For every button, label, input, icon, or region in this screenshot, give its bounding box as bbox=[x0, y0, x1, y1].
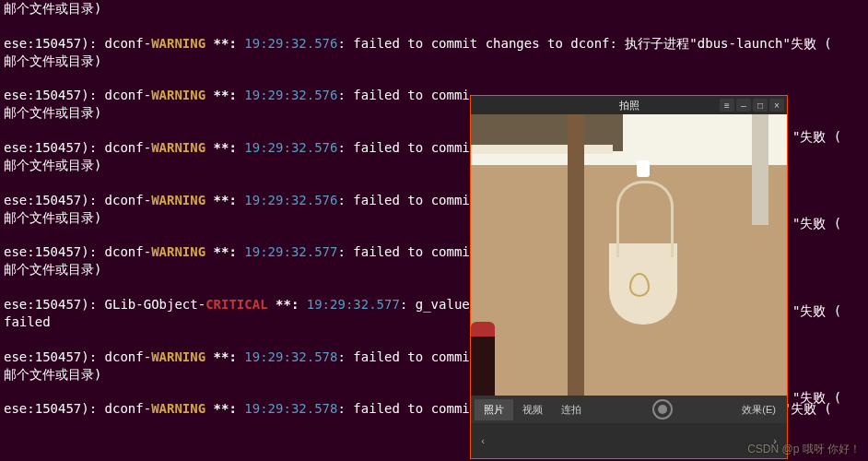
csdn-watermark: CSDN @p 哦呀 你好！ bbox=[747, 442, 861, 457]
effects-button[interactable]: 效果(E) bbox=[734, 399, 783, 420]
tab-photo[interactable]: 照片 bbox=[475, 399, 513, 420]
terminal-line bbox=[4, 18, 864, 35]
terminal-line: 邮个文件或目录) bbox=[4, 0, 864, 18]
hamburger-icon[interactable]: ≡ bbox=[720, 99, 734, 112]
cheese-app-window: 拍照 ≡ – □ × 照片 视频 连拍 效果(E) ‹ › bbox=[470, 95, 788, 459]
maximize-icon[interactable]: □ bbox=[753, 99, 768, 112]
shutter-button[interactable] bbox=[652, 399, 673, 420]
tab-video[interactable]: 视频 bbox=[513, 399, 552, 420]
terminal-line: 邮个文件或目录) bbox=[4, 53, 864, 70]
mode-toolbar: 照片 视频 连拍 效果(E) bbox=[471, 396, 787, 423]
terminal-tail-1: "失败 ( "失败 ( "失败 ( "失败 ( NG (valu "失败 ( bbox=[792, 111, 854, 461]
nav-prev-icon[interactable]: ‹ bbox=[476, 435, 489, 446]
titlebar[interactable]: 拍照 ≡ – □ × bbox=[471, 96, 787, 114]
terminal-line: ese:150457): dconf-WARNING **: 19:29:32.… bbox=[4, 35, 864, 53]
thumbnail-strip: ‹ › bbox=[471, 423, 787, 458]
tab-burst[interactable]: 连拍 bbox=[552, 399, 591, 420]
minimize-icon[interactable]: – bbox=[736, 99, 751, 112]
close-icon[interactable]: × bbox=[769, 99, 784, 112]
terminal-line bbox=[4, 70, 864, 88]
camera-preview bbox=[471, 114, 787, 396]
